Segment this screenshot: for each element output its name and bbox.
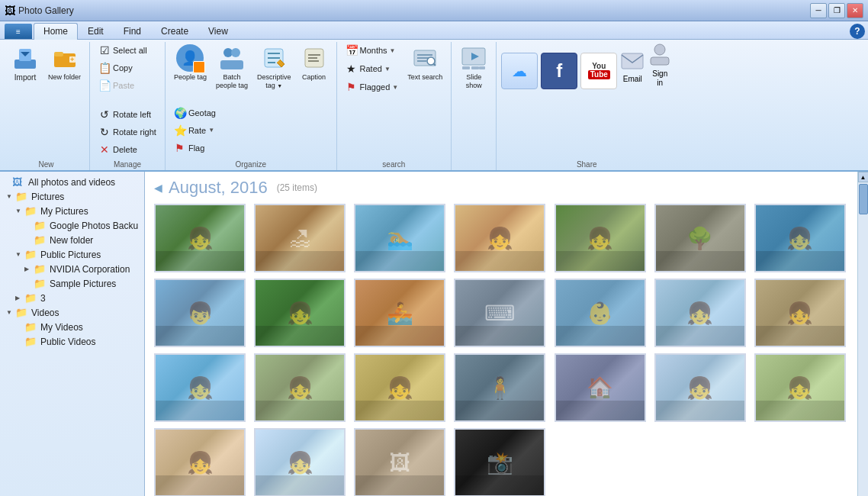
sidebar-item-pictures[interactable]: ▼ 📁 Pictures — [0, 189, 144, 204]
rate-button[interactable]: ⭐ Rate ▼ — [170, 122, 220, 139]
paste-button[interactable]: 📄 Paste — [95, 77, 151, 94]
delete-button[interactable]: ✕ Delete — [95, 141, 160, 158]
menu-tabs: ≡ Home Edit Find Create View ? — [0, 21, 868, 40]
photo-figure-22: 👧 — [187, 450, 214, 475]
caption-button[interactable]: Caption — [297, 42, 332, 83]
photo-thumb-23[interactable]: 👧 — [254, 428, 346, 496]
select-all-button[interactable]: ☑ Select all — [95, 42, 151, 59]
photo-figure-24: 🖼 — [389, 450, 410, 475]
photo-thumb-16[interactable]: 👧 — [254, 353, 346, 422]
photo-thumb-24[interactable]: 🖼 — [354, 428, 445, 496]
photo-thumb-18[interactable]: 🧍 — [454, 353, 545, 422]
import-icon — [11, 44, 39, 72]
people-tag-button[interactable]: 👤 People tag — [170, 42, 211, 84]
batch-people-tag-button[interactable]: Batchpeople tag — [212, 42, 252, 92]
import-button[interactable]: Import — [8, 42, 43, 84]
rotate-right-button[interactable]: ↻ Rotate right — [95, 124, 160, 140]
vertical-scrollbar[interactable]: ▲ ▼ — [857, 172, 868, 496]
photo-thumb-6[interactable]: 🌳 — [654, 204, 746, 272]
photo-thumb-2[interactable]: 🏖 — [254, 204, 346, 272]
scrollbar-up-button[interactable]: ▲ — [858, 172, 869, 182]
photo-figure-17: 👧 — [387, 375, 413, 401]
sidebar-item-nvidia[interactable]: ▶ 📁 NVIDIA Corporation — [0, 262, 144, 276]
rotate-right-icon: ↻ — [98, 126, 111, 138]
photo-figure-7: 👧 — [786, 226, 813, 251]
ribbon-slideshow-items: Slideshow — [456, 42, 491, 105]
cloud-button[interactable]: ☁ — [501, 53, 538, 89]
flagged-dropdown-arrow: ▼ — [392, 84, 398, 91]
rated-button[interactable]: ★ Rated ▼ — [342, 60, 403, 77]
ribbon-group-slideshow: Slideshow — [452, 42, 497, 170]
photo-thumb-10[interactable]: 🚣 — [354, 279, 445, 347]
email-button[interactable]: Email — [620, 47, 645, 95]
sidebar-item-all[interactable]: 🖼 All photos and videos — [0, 175, 144, 189]
help-button[interactable]: ? — [850, 24, 865, 39]
flagged-button[interactable]: ⚑ Flagged ▼ — [342, 79, 403, 95]
manage-group-label: Manage — [90, 160, 165, 169]
month-collapse-arrow[interactable]: ◀ — [154, 182, 162, 194]
ribbon-manage-col: ☑ Select all 📋 Copy 📄 Paste — [95, 42, 151, 106]
facebook-button[interactable]: f — [541, 53, 577, 89]
photo-thumb-14[interactable]: 👧 — [754, 279, 846, 347]
photo-thumb-8[interactable]: 👦 — [154, 279, 246, 347]
photo-thumb-22[interactable]: 👧 — [154, 428, 246, 496]
close-button[interactable]: ✕ — [847, 3, 863, 18]
sidebar-item-sample[interactable]: 📁 Sample Pictures — [0, 276, 144, 291]
sidebar-item-public-videos[interactable]: 📁 Public Videos — [0, 334, 144, 349]
photo-figure-11: ⌨ — [484, 301, 515, 326]
youtube-button[interactable]: You Tube — [580, 53, 617, 89]
rated-dropdown-arrow: ▼ — [384, 66, 391, 72]
tab-find[interactable]: Find — [114, 23, 151, 39]
photo-thumb-13[interactable]: 👧 — [654, 279, 746, 347]
sign-in-button[interactable]: Signin — [648, 42, 672, 100]
slideshow-button[interactable]: Slideshow — [456, 42, 491, 92]
restore-button[interactable]: ❐ — [828, 3, 845, 18]
photo-thumb-3[interactable]: 🏊 — [354, 204, 445, 272]
copy-button[interactable]: 📋 Copy — [95, 60, 151, 76]
geotag-button[interactable]: 🌍 Geotag — [170, 105, 220, 121]
new-folder-icon: + — [51, 44, 79, 72]
photo-thumb-7[interactable]: 👧 — [754, 204, 846, 272]
sidebar-item-public-pictures[interactable]: ▼ 📁 Public Pictures — [0, 247, 144, 262]
tab-view[interactable]: View — [198, 23, 238, 39]
text-search-area: Text search — [403, 42, 446, 96]
scrollbar-thumb[interactable] — [859, 184, 868, 214]
months-button[interactable]: 📅 Months ▼ — [342, 42, 403, 59]
tree-arrow-nvidia: ▶ — [24, 266, 34, 272]
photo-thumb-20[interactable]: 👧 — [654, 353, 746, 422]
flag-button[interactable]: ⚑ Flag — [170, 140, 220, 156]
tree-arrow-folder3: ▶ — [15, 295, 24, 301]
minimize-button[interactable]: ─ — [810, 3, 827, 18]
restore-icon: ❐ — [834, 6, 841, 14]
photo-thumb-4[interactable]: 👧 — [454, 204, 545, 272]
photo-thumb-5[interactable]: 👧 — [555, 204, 646, 272]
tab-home[interactable]: Home — [34, 23, 78, 40]
photo-thumb-1[interactable]: 👧 — [154, 204, 246, 272]
photo-thumb-25[interactable]: 📸 — [454, 428, 545, 496]
sidebar-item-videos[interactable]: ▼ 📁 Videos — [0, 305, 144, 320]
photo-thumb-11[interactable]: ⌨ — [454, 279, 545, 347]
scrollbar-track-area[interactable] — [858, 182, 869, 496]
photo-thumb-17[interactable]: 👧 — [354, 353, 445, 422]
sidebar-item-new-folder[interactable]: 📁 New folder — [0, 233, 144, 247]
tab-edit[interactable]: Edit — [78, 23, 114, 39]
new-folder-button[interactable]: + New folder — [44, 42, 85, 83]
ribbon-help[interactable]: ? — [850, 24, 868, 39]
photo-thumb-12[interactable]: 👶 — [555, 279, 646, 347]
sign-in-icon — [648, 42, 672, 68]
photo-thumb-19[interactable]: 🏠 — [555, 353, 646, 422]
text-search-button[interactable]: Text search — [403, 42, 446, 84]
slideshow-icon — [460, 44, 487, 72]
photo-thumb-15[interactable]: 👧 — [154, 353, 246, 422]
photo-thumb-21[interactable]: 👧 — [754, 353, 846, 422]
tab-create[interactable]: Create — [151, 23, 198, 39]
photo-thumb-9[interactable]: 👧 — [254, 279, 346, 347]
sidebar-item-folder3[interactable]: ▶ 📁 3 — [0, 291, 144, 305]
quick-access-toolbar[interactable]: ≡ — [5, 24, 32, 39]
sidebar-item-my-videos[interactable]: 📁 My Videos — [0, 320, 144, 334]
sidebar-item-google-photos[interactable]: 📁 Google Photos Backu — [0, 218, 144, 233]
descriptive-tag-button[interactable]: Descriptivetag ▼ — [253, 42, 295, 92]
photo-figure-6: 🌳 — [686, 226, 713, 251]
rotate-left-button[interactable]: ↺ Rotate left — [95, 106, 160, 123]
sidebar-item-my-pictures[interactable]: ▼ 📁 My Pictures — [0, 204, 144, 218]
